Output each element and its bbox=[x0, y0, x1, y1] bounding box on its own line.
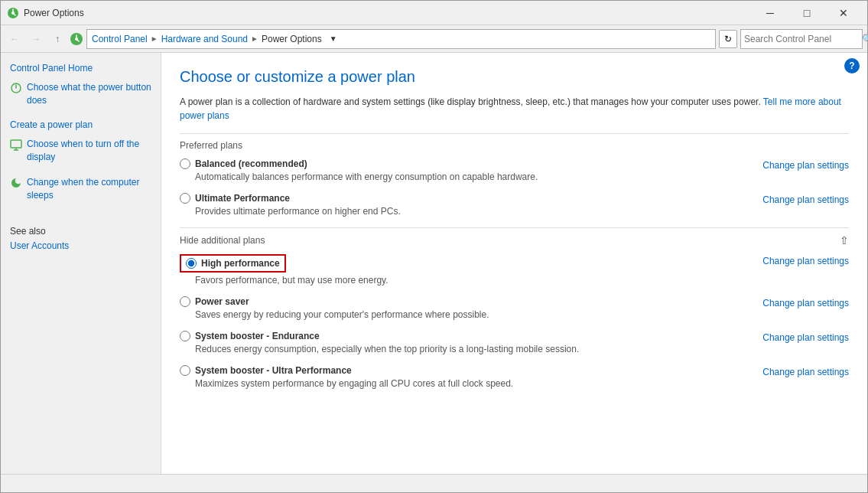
plan-power-saver-radio-row: Power saver bbox=[180, 296, 489, 307]
plan-row-high-performance: High performance Favors performance, but… bbox=[180, 254, 849, 286]
sidebar-power-button-label: Choose what the power button does bbox=[27, 81, 151, 107]
plan-endurance-settings-link[interactable]: Change plan settings bbox=[762, 332, 849, 343]
breadcrumb-power-options: Power Options bbox=[262, 34, 322, 44]
plan-ultra-desc: Maximizes system performance by engaging… bbox=[195, 378, 513, 389]
plan-high-perf-desc: Favors performance, but may use more ene… bbox=[195, 275, 388, 286]
radio-high-performance[interactable] bbox=[186, 258, 197, 269]
plan-ultra-left: System booster - Ultra Performance Maxim… bbox=[180, 365, 513, 389]
plan-ultimate-radio-row: Ultimate Performance bbox=[180, 193, 401, 204]
collapse-button[interactable]: ⇧ bbox=[840, 234, 849, 246]
sidebar-home-link[interactable]: Control Panel Home bbox=[10, 62, 151, 75]
plan-ultra-name: System booster - Ultra Performance bbox=[195, 365, 352, 376]
plan-balanced-settings-link[interactable]: Change plan settings bbox=[762, 160, 849, 171]
sidebar-create-plan-link[interactable]: Create a power plan bbox=[10, 119, 151, 132]
sidebar-user-accounts-link[interactable]: User Accounts bbox=[10, 240, 151, 253]
page-title: Choose or customize a power plan bbox=[180, 68, 849, 86]
plan-ultimate-desc: Provides ultimate performance on higher … bbox=[195, 206, 401, 217]
sidebar: Control Panel Home Choose what the power… bbox=[1, 53, 161, 474]
plan-ultimate-settings-link[interactable]: Change plan settings bbox=[762, 194, 849, 205]
divider-preferred bbox=[180, 133, 849, 134]
plan-ultimate-name: Ultimate Performance bbox=[195, 193, 290, 204]
main-content: Control Panel Home Choose what the power… bbox=[1, 53, 867, 474]
breadcrumb-dropdown-button[interactable]: ▼ bbox=[328, 34, 339, 43]
breadcrumb: Control Panel ► Hardware and Sound ► Pow… bbox=[86, 29, 716, 49]
svg-point-1 bbox=[11, 11, 15, 15]
plan-row-endurance: System booster - Endurance Reduces energ… bbox=[180, 331, 849, 354]
plan-high-perf-left: High performance Favors performance, but… bbox=[180, 254, 388, 286]
search-box: 🔍 bbox=[740, 29, 863, 49]
plan-power-saver-name: Power saver bbox=[195, 296, 249, 307]
breadcrumb-control-panel[interactable]: Control Panel bbox=[92, 34, 148, 44]
status-bar bbox=[1, 474, 867, 492]
back-button[interactable]: ← bbox=[5, 30, 24, 48]
app-icon bbox=[7, 7, 19, 19]
svg-point-3 bbox=[75, 38, 78, 41]
sleep-icon bbox=[10, 177, 22, 189]
hide-additional-label: Hide additional plans bbox=[180, 235, 265, 246]
high-performance-highlight-box: High performance bbox=[180, 254, 286, 273]
radio-power-saver[interactable] bbox=[180, 296, 190, 307]
plan-ultimate-left: Ultimate Performance Provides ultimate p… bbox=[180, 193, 401, 217]
up-button[interactable]: ↑ bbox=[48, 30, 67, 48]
plan-row-ultra: System booster - Ultra Performance Maxim… bbox=[180, 365, 849, 389]
close-button[interactable]: ✕ bbox=[826, 1, 861, 25]
plan-balanced-radio-row: Balanced (recommended) bbox=[180, 158, 538, 169]
plan-row-balanced: Balanced (recommended) Automatically bal… bbox=[180, 158, 849, 182]
radio-ultimate[interactable] bbox=[180, 193, 190, 204]
breadcrumb-hardware[interactable]: Hardware and Sound bbox=[161, 34, 248, 44]
plan-endurance-left: System booster - Endurance Reduces energ… bbox=[180, 331, 579, 354]
plan-power-saver-left: Power saver Saves energy by reducing you… bbox=[180, 296, 489, 320]
breadcrumb-sep-1: ► bbox=[151, 34, 158, 43]
hide-additional-header: Hide additional plans ⇧ bbox=[180, 234, 849, 246]
plan-endurance-radio-row: System booster - Endurance bbox=[180, 331, 579, 341]
power-button-icon bbox=[10, 82, 22, 94]
plan-row-power-saver: Power saver Saves energy by reducing you… bbox=[180, 296, 849, 320]
window-title: Power Options bbox=[24, 8, 753, 18]
sidebar-display-label: Choose when to turn off the display bbox=[27, 138, 151, 164]
svg-rect-5 bbox=[11, 140, 21, 148]
see-also-label: See also bbox=[10, 226, 151, 237]
forward-button[interactable]: → bbox=[27, 30, 45, 48]
app-window: Power Options ─ □ ✕ ← → ↑ Control Panel … bbox=[0, 0, 868, 493]
radio-balanced[interactable] bbox=[180, 158, 190, 169]
plan-high-perf-radio-row: High performance bbox=[180, 254, 388, 273]
search-input[interactable] bbox=[744, 34, 859, 44]
content-area: Choose or customize a power plan A power… bbox=[161, 53, 867, 474]
search-button[interactable]: 🔍 bbox=[862, 34, 868, 44]
plan-endurance-desc: Reduces energy consumption, especially w… bbox=[195, 344, 579, 354]
display-icon bbox=[10, 139, 22, 151]
help-button[interactable]: ? bbox=[844, 58, 860, 73]
intro-text: A power plan is a collection of hardware… bbox=[180, 95, 849, 122]
plan-balanced-left: Balanced (recommended) Automatically bal… bbox=[180, 158, 538, 182]
plan-power-saver-settings-link[interactable]: Change plan settings bbox=[762, 298, 849, 309]
sidebar-item-display[interactable]: Choose when to turn off the display bbox=[10, 138, 151, 170]
radio-endurance[interactable] bbox=[180, 331, 190, 341]
sidebar-item-sleep[interactable]: Change when the computer sleeps bbox=[10, 176, 151, 208]
sidebar-item-power-button[interactable]: Choose what the power button does bbox=[10, 81, 151, 113]
plan-high-perf-name: High performance bbox=[201, 258, 280, 269]
plan-power-saver-desc: Saves energy by reducing your computer's… bbox=[195, 309, 489, 320]
minimize-button[interactable]: ─ bbox=[753, 1, 788, 25]
plan-balanced-name: Balanced (recommended) bbox=[195, 158, 307, 169]
plan-balanced-desc: Automatically balances performance with … bbox=[195, 171, 538, 182]
breadcrumb-sep-2: ► bbox=[251, 34, 258, 43]
title-bar: Power Options ─ □ ✕ bbox=[1, 1, 867, 25]
plan-high-perf-settings-link[interactable]: Change plan settings bbox=[762, 256, 849, 266]
plan-endurance-name: System booster - Endurance bbox=[195, 331, 320, 341]
divider-additional bbox=[180, 227, 849, 228]
window-controls: ─ □ ✕ bbox=[753, 1, 861, 25]
plan-ultra-settings-link[interactable]: Change plan settings bbox=[762, 367, 849, 377]
preferred-plans-label: Preferred plans bbox=[180, 140, 849, 151]
sidebar-sleep-label: Change when the computer sleeps bbox=[27, 176, 151, 202]
breadcrumb-icon bbox=[70, 32, 83, 46]
plan-ultra-radio-row: System booster - Ultra Performance bbox=[180, 365, 513, 376]
refresh-button[interactable]: ↻ bbox=[719, 30, 737, 48]
maximize-button[interactable]: □ bbox=[789, 1, 824, 25]
plan-row-ultimate: Ultimate Performance Provides ultimate p… bbox=[180, 193, 849, 217]
radio-ultra[interactable] bbox=[180, 365, 190, 376]
address-bar: ← → ↑ Control Panel ► Hardware and Sound… bbox=[1, 25, 867, 53]
